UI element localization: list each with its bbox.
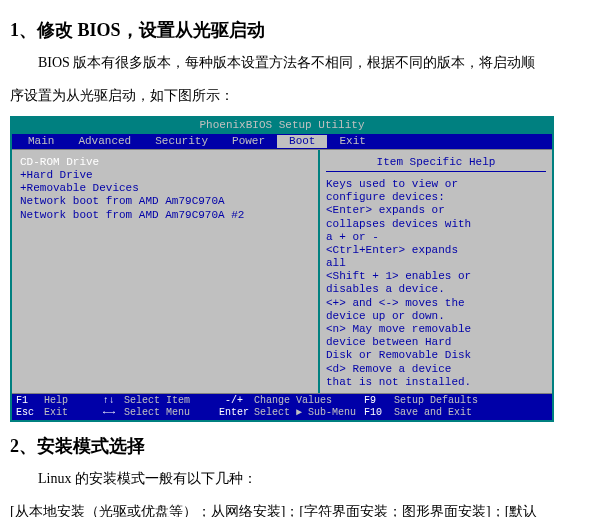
footer-key: -/+ (214, 395, 254, 407)
bios-help-title: Item Specific Help (326, 154, 546, 172)
footer-key: Enter (214, 407, 254, 419)
footer-key: F9 (364, 395, 394, 407)
bios-screenshot: PhoenixBIOS Setup Utility Main Advanced … (10, 116, 554, 422)
menu-boot[interactable]: Boot (277, 135, 327, 148)
boot-item[interactable]: +Hard Drive (20, 169, 310, 182)
bios-help-panel: Item Specific Help Keys used to view or … (320, 150, 552, 393)
boot-item[interactable]: Network boot from AMD Am79C970A #2 (20, 209, 310, 222)
boot-item[interactable]: +Removable Devices (20, 182, 310, 195)
bios-help-line: <Shift + 1> enables or (326, 270, 546, 283)
footer-label: Change Values (254, 395, 364, 407)
bios-help-line: <+> and <-> moves the (326, 297, 546, 310)
footer-row: Esc Exit ←→ Select Menu Enter Select ► S… (16, 407, 548, 419)
boot-item[interactable]: CD-ROM Drive (20, 156, 310, 169)
bios-help-line: all (326, 257, 546, 270)
bios-body: CD-ROM Drive +Hard Drive +Removable Devi… (12, 149, 552, 394)
menu-power[interactable]: Power (220, 135, 277, 148)
footer-key: ↑↓ (94, 395, 124, 407)
footer-label: Select Menu (124, 407, 214, 419)
bios-help-line: disables a device. (326, 283, 546, 296)
bios-help-line: Disk or Removable Disk (326, 349, 546, 362)
bios-title: PhoenixBIOS Setup Utility (12, 118, 552, 133)
menu-security[interactable]: Security (143, 135, 220, 148)
footer-key: ←→ (94, 407, 124, 419)
footer-label: Select Item (124, 395, 214, 407)
bios-help-line: a + or - (326, 231, 546, 244)
bios-help-line: configure devices: (326, 191, 546, 204)
menu-advanced[interactable]: Advanced (66, 135, 143, 148)
bios-help-line: device between Hard (326, 336, 546, 349)
footer-label: Setup Defaults (394, 395, 478, 407)
footer-key: F1 (16, 395, 44, 407)
menu-main[interactable]: Main (16, 135, 66, 148)
bios-boot-list: CD-ROM Drive +Hard Drive +Removable Devi… (12, 150, 320, 393)
section2-heading: 2、安装模式选择 (10, 434, 604, 458)
footer-label: Exit (44, 407, 94, 419)
section1-para1: BIOS 版本有很多版本，每种版本设置方法各不相同，根据不同的版本，将启动顺 (10, 50, 604, 75)
bios-help-line: <Enter> expands or (326, 204, 546, 217)
section1-para2: 序设置为从光驱启动，如下图所示： (10, 83, 604, 108)
bios-help-line: <d> Remove a device (326, 363, 546, 376)
menu-exit[interactable]: Exit (327, 135, 377, 148)
bios-help-line: Keys used to view or (326, 178, 546, 191)
section1-heading: 1、修改 BIOS，设置从光驱启动 (10, 18, 604, 42)
bios-help-line: device up or down. (326, 310, 546, 323)
footer-key: F10 (364, 407, 394, 419)
boot-item[interactable]: Network boot from AMD Am79C970A (20, 195, 310, 208)
bios-menubar: Main Advanced Security Power Boot Exit (12, 134, 552, 149)
section2-para2: [从本地安装（光驱或优盘等）；从网络安装]；[字符界面安装；图形界面安装]；[默… (10, 499, 604, 517)
footer-label: Help (44, 395, 94, 407)
bios-help-line: collapses devices with (326, 218, 546, 231)
footer-key: Esc (16, 407, 44, 419)
bios-help-line: <n> May move removable (326, 323, 546, 336)
footer-row: F1 Help ↑↓ Select Item -/+ Change Values… (16, 395, 548, 407)
footer-label: Save and Exit (394, 407, 472, 419)
bios-help-line: that is not installed. (326, 376, 546, 389)
section2-para1: Linux 的安装模式一般有以下几种： (10, 466, 604, 491)
bios-footer: F1 Help ↑↓ Select Item -/+ Change Values… (12, 394, 552, 420)
bios-help-line: <Ctrl+Enter> expands (326, 244, 546, 257)
footer-label: Select ► Sub-Menu (254, 407, 364, 419)
